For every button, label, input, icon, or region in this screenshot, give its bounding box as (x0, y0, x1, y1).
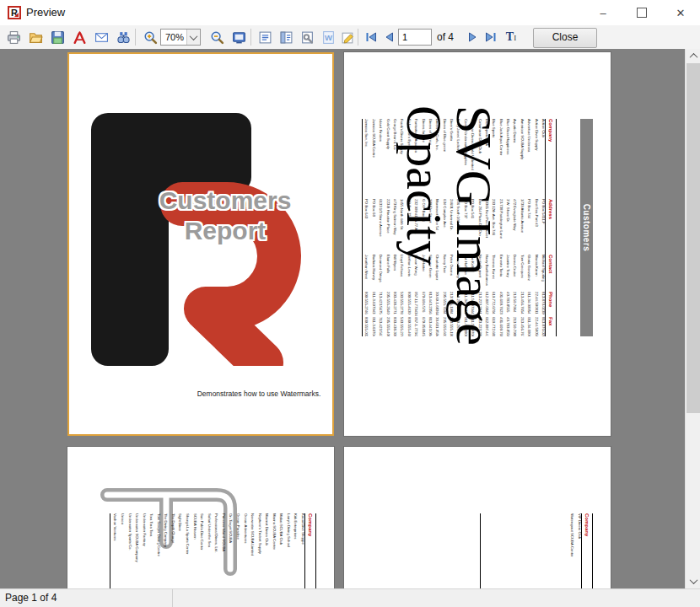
thumbnails-icon[interactable] (276, 27, 296, 47)
page-setup-icon[interactable] (297, 27, 317, 47)
minimize-button[interactable]: – (584, 0, 622, 25)
export-word-icon[interactable]: W (318, 27, 338, 47)
page-thumbnail-1[interactable]: Customers Report Demonstrates how to use… (67, 52, 334, 436)
scroll-up-icon[interactable] (686, 49, 700, 63)
svg-opacity-watermark: SVG Image Opacity (399, 105, 498, 346)
scrollbar-thumb[interactable] (687, 63, 700, 413)
maximize-button[interactable] (622, 0, 661, 25)
preview-canvas[interactable]: Customers Report Demonstrates how to use… (0, 49, 685, 588)
open-icon[interactable] (25, 27, 46, 47)
next-page-icon[interactable] (462, 27, 482, 47)
text-search-icon[interactable]: TI (501, 27, 521, 47)
title-bar: R Preview – ✕ (0, 0, 700, 25)
page-thumbnail-4[interactable]: CompanyAddressContactPhoneFaxVIP Divers … (344, 447, 611, 588)
svg-text:W: W (324, 33, 331, 42)
page-count-label: of 4 (437, 25, 454, 49)
print-icon[interactable] (3, 27, 24, 47)
last-page-icon[interactable] (481, 27, 501, 47)
chevron-down-icon[interactable] (186, 30, 200, 45)
customers-table-page4: CompanyAddressContactPhoneFaxVIP Divers … (362, 513, 593, 588)
whole-page-icon[interactable] (229, 27, 249, 47)
save-icon[interactable] (47, 27, 67, 47)
page-thumbnail-3[interactable]: CompanyAddressContactPhoneFaxKauai Dive … (67, 447, 334, 588)
email-icon[interactable] (91, 27, 111, 47)
zoom-combo[interactable]: 70% (160, 29, 201, 46)
status-bar: Page 1 of 4 (0, 588, 700, 607)
window-title: Preview (26, 0, 65, 25)
app-logo-icon: R (8, 6, 21, 19)
customers-table-page3: CompanyAddressContactPhoneFaxKauai Dive … (85, 513, 316, 588)
scroll-down-icon[interactable] (686, 574, 700, 588)
page-number-input[interactable] (398, 29, 432, 46)
toolbar: 70% W of 4 (0, 25, 700, 50)
close-window-button[interactable]: ✕ (661, 0, 700, 25)
prev-page-icon[interactable] (380, 27, 400, 47)
export-pdf-icon[interactable] (69, 27, 89, 47)
status-page-info: Page 1 of 4 (0, 589, 173, 607)
cover-title: Customers Report (128, 185, 322, 246)
zoom-out-icon[interactable] (207, 27, 227, 47)
zoom-value: 70% (165, 30, 184, 45)
cover-caption: Demonstrates how to use Watermarks. (187, 389, 331, 398)
find-icon[interactable] (113, 27, 133, 47)
zoom-in-icon[interactable] (140, 27, 160, 47)
first-page-icon[interactable] (361, 27, 381, 47)
close-button[interactable]: Close (533, 28, 597, 48)
page-thumbnail-2[interactable]: CustomersCompanyAddressContactPhoneFaxAc… (344, 52, 611, 436)
vertical-scrollbar[interactable] (685, 49, 700, 588)
preview-window: R Preview – ✕ 70% (0, 0, 700, 607)
edit-page-icon[interactable] (337, 27, 358, 47)
outline-icon[interactable] (255, 27, 275, 47)
